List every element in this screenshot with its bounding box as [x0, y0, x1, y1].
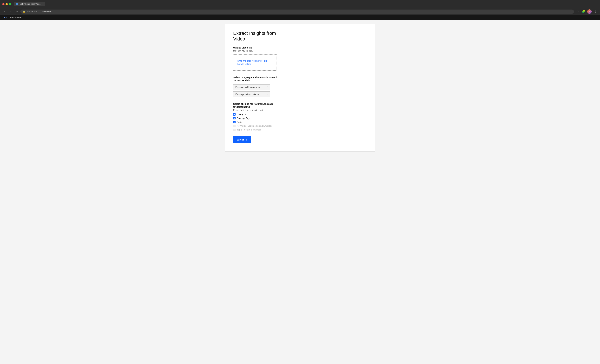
upload-section-title: Upload video file [233, 46, 367, 49]
nlu-section: Select options for Natural LanguageUnder… [233, 102, 367, 131]
concept-tags-checkbox[interactable] [233, 117, 235, 119]
address-separator: | [38, 10, 38, 13]
language-section: Select Language and Accoustic SpeechTo T… [233, 76, 367, 97]
ibm-header: IBM Code Pattern [0, 15, 600, 20]
language-model-wrapper: Earnings call language m BroadbandModel … [233, 84, 270, 90]
maximize-window-button[interactable] [9, 3, 11, 5]
reload-button[interactable]: ↻ [14, 9, 19, 14]
tab-title: Get Insights from Video [19, 3, 40, 5]
submit-button-label: Submit [236, 138, 244, 141]
ibm-logo: IBM [3, 16, 8, 19]
svg-point-0 [16, 3, 18, 5]
acoustic-model-select[interactable]: Earnings call acoustic mc Default acoust… [233, 91, 270, 97]
address-bar[interactable]: 🔒 Not Secure | 0.0.0.0:8080 [20, 9, 574, 14]
menu-icon[interactable]: ⋮ [593, 9, 598, 14]
upload-drop-text[interactable]: Drag and drop files here or click here t… [237, 60, 268, 65]
file-upload-dropzone[interactable]: Drag and drop files here or click here t… [233, 54, 277, 70]
checkbox-concept-tags: Concept Tags [233, 117, 367, 119]
upload-section: Upload video file Max. 500 MB file size.… [233, 46, 367, 70]
main-card: Extract Insights fromVideo Upload video … [225, 24, 375, 152]
browser-chrome: Get Insights from Video × + ‹ › ↻ 🔒 Not … [0, 0, 600, 15]
forward-button[interactable]: › [8, 9, 13, 14]
concept-tags-label[interactable]: Concept Tags [237, 117, 250, 119]
entity-checkbox[interactable] [233, 121, 235, 123]
top5-label: Top 5 Positive Sentences [237, 128, 261, 131]
checkbox-entity: Entity [233, 121, 367, 123]
traffic-lights [2, 3, 11, 5]
nlu-section-title: Select options for Natural LanguageUnder… [233, 102, 367, 109]
new-tab-button[interactable]: + [46, 2, 51, 6]
submit-upload-icon: ⬆ [245, 138, 247, 141]
entity-label[interactable]: Entity [237, 121, 243, 123]
minimize-window-button[interactable] [6, 3, 8, 5]
extract-label: Extract the following from the text: [233, 109, 367, 111]
category-label[interactable]: Category [237, 113, 246, 116]
address-url: 0.0.0.0:8080 [40, 10, 52, 13]
avatar[interactable]: A [587, 9, 592, 14]
not-secure-label: Not Secure [27, 10, 37, 13]
acoustic-model-wrapper: Earnings call acoustic mc Default acoust… [233, 91, 270, 97]
language-model-select[interactable]: Earnings call language m BroadbandModel … [233, 84, 270, 90]
tab-close-button[interactable]: × [42, 3, 43, 5]
checkbox-category: Category [233, 113, 367, 116]
toolbar-actions: ☆ 🧩 A ⋮ [575, 9, 598, 14]
language-section-title: Select Language and Accoustic SpeechTo T… [233, 76, 367, 82]
bookmark-icon[interactable]: ☆ [575, 9, 580, 14]
close-window-button[interactable] [2, 3, 5, 5]
top5-checkbox [233, 129, 235, 131]
ibm-product-name: Code Pattern [9, 16, 22, 19]
category-checkbox[interactable] [233, 113, 235, 116]
page-wrapper: Extract Insights fromVideo Upload video … [0, 20, 600, 364]
tab-bar: Get Insights from Video × + [14, 2, 598, 6]
browser-toolbar: ‹ › ↻ 🔒 Not Secure | 0.0.0.0:8080 ☆ 🧩 A … [0, 8, 600, 15]
submit-button[interactable]: Submit ⬆ [233, 136, 251, 143]
keywords-checkbox [233, 125, 235, 127]
extensions-icon[interactable]: 🧩 [581, 9, 586, 14]
back-button[interactable]: ‹ [2, 9, 7, 14]
keywords-label: Keywords, Sentiments and Emotions [237, 125, 272, 127]
page-title: Extract Insights fromVideo [233, 30, 367, 42]
browser-titlebar: Get Insights from Video × + [0, 0, 600, 8]
tab-favicon [16, 3, 18, 5]
security-icon: 🔒 [23, 10, 25, 13]
upload-section-subtitle: Max. 500 MB file size. [233, 50, 367, 52]
checkbox-top5: Top 5 Positive Sentences [233, 128, 367, 131]
active-tab[interactable]: Get Insights from Video × [14, 2, 45, 6]
checkbox-keywords: Keywords, Sentiments and Emotions [233, 125, 367, 127]
